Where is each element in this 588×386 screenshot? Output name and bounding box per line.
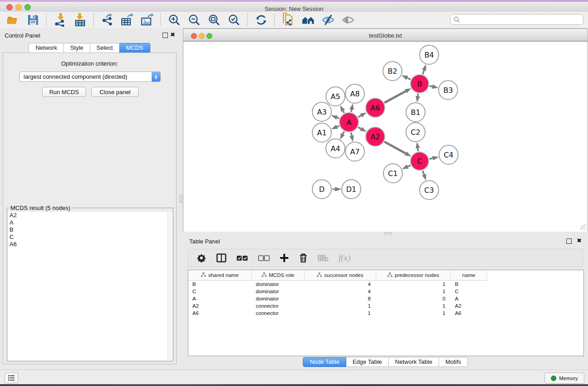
search-input[interactable] [462, 15, 583, 24]
show-all-networks-icon[interactable] [301, 13, 315, 27]
table-cell[interactable]: A2 [188, 303, 252, 309]
table-cell[interactable]: 4 [305, 281, 376, 287]
graph-edge-C-C3[interactable] [423, 171, 424, 175]
graph-edge-A-A4[interactable] [343, 131, 344, 134]
zoom-fit-icon[interactable] [207, 13, 221, 27]
table-cell[interactable]: 1 [376, 303, 451, 309]
export-network-icon[interactable] [100, 13, 114, 27]
table-cell[interactable]: C [188, 289, 252, 294]
import-network-icon[interactable] [53, 13, 67, 27]
graph-edge-A-A2[interactable] [358, 127, 361, 129]
create-column-plus-icon[interactable] [280, 252, 289, 264]
table-cell[interactable]: B [188, 281, 252, 287]
delete-columns-trash-icon[interactable] [299, 252, 308, 264]
table-cell[interactable]: dominator [252, 281, 305, 287]
panel-divider-horizontal[interactable] [183, 232, 588, 235]
task-history-button[interactable] [5, 372, 18, 383]
open-session-icon[interactable] [6, 13, 20, 27]
zoom-in-icon[interactable] [167, 13, 181, 27]
mcds-result-item[interactable]: B [8, 226, 168, 234]
float-table-panel-icon[interactable] [566, 238, 572, 244]
mcds-result-list[interactable]: A2ABCA6 [8, 212, 168, 360]
tab-motifs[interactable]: Motifs [439, 357, 468, 367]
delete-table-icon[interactable] [318, 252, 329, 264]
table-cell[interactable]: 4 [305, 289, 376, 294]
table-cell[interactable]: 1 [376, 289, 451, 294]
table-cell[interactable]: 1 [376, 310, 451, 316]
tab-style[interactable]: Style [64, 43, 90, 53]
function-builder-icon[interactable]: f(x) [339, 252, 350, 264]
table-row[interactable]: Bdominator41B [188, 281, 583, 288]
graph-edge-B-B4[interactable] [423, 70, 424, 74]
show-column-panel-icon[interactable] [216, 252, 226, 264]
table-cell[interactable]: A2 [451, 303, 487, 309]
graph-edge-C-C4[interactable] [429, 158, 432, 159]
graph-edge-C-C2[interactable] [418, 148, 418, 152]
graph-edge-B-B3[interactable] [429, 86, 432, 86]
panel-divider-vertical[interactable] [179, 28, 183, 367]
graph-edge-A-A6[interactable] [358, 115, 361, 117]
table-cell[interactable]: 1 [376, 281, 451, 287]
table-cell[interactable]: connector [252, 310, 305, 316]
graph-edge-C-C1[interactable] [408, 165, 411, 167]
network-window-titlebar[interactable]: testGlobe.txt [183, 29, 588, 41]
table-settings-gear-icon[interactable] [196, 252, 206, 264]
import-table-icon[interactable] [73, 13, 87, 27]
table-row[interactable]: A2connector11A2 [188, 302, 583, 310]
tab-network-table[interactable]: Network Table [389, 357, 439, 367]
graph-edge-A-A7[interactable] [351, 133, 352, 136]
export-image-icon[interactable] [140, 13, 154, 27]
graph-edge-B-B1[interactable] [418, 94, 418, 96]
new-network-from-selection-icon[interactable] [282, 13, 295, 27]
graph-edge-A2-C[interactable] [384, 142, 406, 153]
close-panel-button[interactable]: Close panel [91, 87, 139, 97]
tab-network[interactable]: Network [29, 43, 64, 53]
table-cell[interactable]: B [451, 281, 487, 287]
table-row[interactable]: A6connector11A6 [188, 310, 583, 317]
memory-button[interactable]: Memory [545, 372, 584, 384]
show-details-eye-icon[interactable] [341, 13, 355, 27]
hide-graphics-details-icon[interactable] [321, 13, 335, 27]
graph-edge-A-A1[interactable] [337, 126, 339, 127]
table-cell[interactable]: 1 [305, 310, 376, 316]
tab-edge-table[interactable]: Edge Table [346, 357, 389, 367]
table-row[interactable]: Adominator80A [188, 295, 583, 302]
graph-edge-B-B2[interactable] [407, 78, 411, 79]
tab-mcds[interactable]: MCDS [120, 43, 150, 53]
float-panel-icon[interactable] [163, 33, 168, 38]
column-header-MCDS-role[interactable]: MCDS role [252, 270, 305, 280]
table-cell[interactable]: A6 [451, 310, 487, 316]
zoom-selected-icon[interactable] [227, 13, 241, 27]
table-cell[interactable]: C [451, 289, 487, 294]
save-session-icon[interactable] [26, 13, 40, 27]
tab-node-table[interactable]: Node Table [303, 357, 346, 367]
export-table-icon[interactable] [120, 13, 134, 27]
mcds-result-item[interactable]: A [8, 219, 168, 226]
table-cell[interactable]: 1 [305, 303, 376, 309]
mcds-result-item[interactable]: A6 [8, 241, 168, 248]
table-cell[interactable]: dominator [252, 289, 305, 294]
table-cell[interactable]: A6 [188, 310, 252, 316]
mcds-list-scrollbar[interactable] [167, 212, 172, 360]
close-panel-icon[interactable]: ✖ [170, 31, 175, 38]
toolbar-search-field[interactable] [450, 14, 583, 25]
graph-edge-A6-B[interactable] [384, 91, 406, 103]
table-row[interactable]: Cdominator41C [188, 288, 583, 295]
table-cell[interactable]: dominator [252, 296, 305, 301]
table-cell[interactable]: connector [252, 303, 305, 309]
select-all-columns-icon[interactable] [236, 252, 248, 264]
column-header-successor-nodes[interactable]: successor nodes [305, 270, 376, 280]
graph-edge-A-A5[interactable] [343, 111, 344, 113]
graph-edge-A-A8[interactable] [351, 110, 352, 112]
column-header-predecessor-nodes[interactable]: predecessor nodes [376, 270, 451, 280]
table-cell[interactable]: 8 [305, 296, 376, 301]
zoom-out-icon[interactable] [187, 13, 201, 27]
network-canvas[interactable]: AA1A2A3A4A5A6A7A8BB1B2B3B4CC1C2C3C4DD1 [183, 41, 588, 232]
close-table-panel-icon[interactable]: ✖ [577, 237, 582, 244]
deselect-all-columns-icon[interactable] [258, 252, 270, 264]
table-cell[interactable]: A [451, 296, 487, 301]
window-resize-grip[interactable] [580, 224, 587, 231]
tab-select[interactable]: Select [90, 43, 120, 53]
apply-layout-icon[interactable] [254, 13, 268, 27]
graph-edge-A-A3[interactable] [337, 118, 339, 119]
